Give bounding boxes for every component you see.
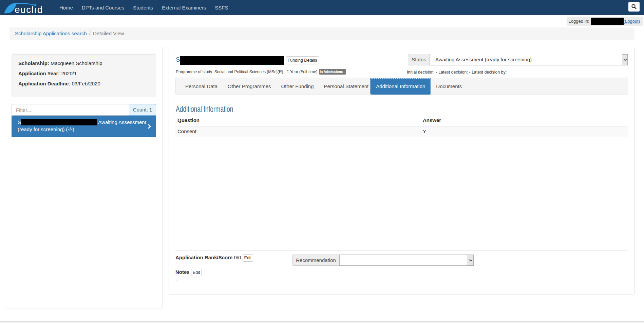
svg-text:euclıd: euclıd [15, 4, 43, 15]
